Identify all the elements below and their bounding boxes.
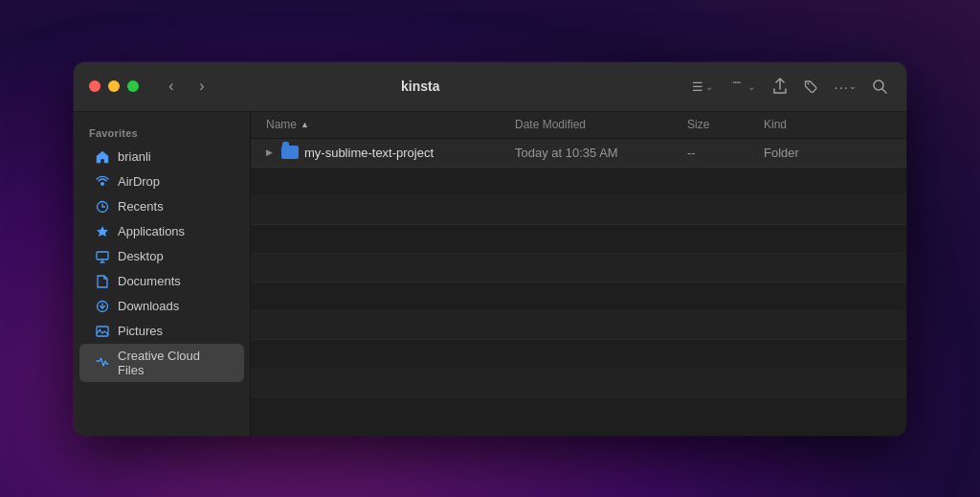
col-date-label: Date Modified	[515, 118, 586, 131]
search-icon	[872, 79, 887, 94]
maximize-button[interactable]	[127, 80, 139, 92]
sidebar-item-label: Downloads	[118, 299, 179, 313]
col-kind-label: Kind	[764, 118, 787, 131]
sidebar-item-label: Desktop	[118, 249, 164, 263]
svg-rect-5	[97, 252, 108, 260]
sidebar: Favorites brianli AirDrop	[74, 112, 251, 436]
more-icon: ···	[834, 79, 849, 95]
table-row	[251, 282, 906, 311]
sidebar-item-label: Creative Cloud Files	[118, 349, 229, 377]
sidebar-item-applications[interactable]: Applications	[79, 219, 244, 244]
table-row	[251, 311, 906, 340]
col-header-size[interactable]: Size	[687, 118, 764, 131]
share-button[interactable]	[768, 74, 791, 99]
minimize-button[interactable]	[108, 80, 120, 92]
table-row	[251, 168, 906, 196]
applications-icon	[95, 224, 110, 239]
close-button[interactable]	[89, 80, 100, 92]
table-row	[251, 369, 906, 397]
expand-arrow-icon: ▶	[266, 147, 276, 157]
sidebar-section-label: Favorites	[74, 124, 250, 145]
sidebar-item-airdrop[interactable]: AirDrop	[79, 169, 244, 194]
table-row[interactable]: ▶ my-sublime-text-project Today at 10:35…	[251, 139, 906, 168]
download-icon	[95, 299, 110, 314]
file-size: --	[687, 146, 764, 160]
window-title: kinsta	[231, 79, 610, 94]
finder-window: ‹ › kinsta ☰ ⌄ ▪▪▪▪ ⌄	[74, 62, 906, 436]
sidebar-item-creative-cloud[interactable]: Creative Cloud Files	[79, 344, 244, 382]
share-icon	[772, 78, 788, 95]
search-button[interactable]	[868, 75, 891, 98]
file-list: ▶ my-sublime-text-project Today at 10:35…	[251, 139, 906, 436]
airdrop-icon	[95, 174, 110, 190]
sidebar-item-label: AirDrop	[118, 174, 160, 189]
grid-chevron: ⌄	[747, 81, 755, 92]
svg-point-0	[808, 83, 810, 85]
folder-icon	[281, 146, 299, 159]
more-button[interactable]: ··· ⌄	[830, 75, 860, 99]
col-name-label: Name	[266, 118, 297, 131]
table-row	[251, 340, 906, 369]
file-pane: Name ▲ Date Modified Size Kind ▶	[251, 112, 906, 436]
sidebar-item-label: Applications	[118, 224, 185, 238]
main-content: Favorites brianli AirDrop	[74, 112, 906, 436]
tag-button[interactable]	[799, 75, 822, 98]
sidebar-item-recents[interactable]: Recents	[79, 194, 244, 219]
table-row	[251, 254, 906, 282]
sidebar-item-label: Recents	[118, 199, 164, 214]
home-icon	[95, 149, 110, 165]
pictures-icon	[95, 324, 110, 339]
back-button[interactable]: ‹	[158, 73, 185, 100]
desktop-icon	[95, 249, 110, 264]
sidebar-item-desktop[interactable]: Desktop	[79, 244, 244, 269]
table-row	[251, 225, 906, 254]
view-chevron: ⌄	[705, 81, 713, 92]
sidebar-item-label: Documents	[118, 274, 181, 288]
toolbar-right: ☰ ⌄ ▪▪▪▪ ⌄ ···	[686, 74, 891, 99]
svg-point-3	[100, 182, 104, 186]
grid-view-icon: ▪▪▪▪	[732, 79, 746, 93]
grid-view-button[interactable]: ▪▪▪▪ ⌄	[726, 76, 761, 97]
document-icon	[95, 274, 110, 289]
svg-point-9	[100, 328, 101, 330]
col-header-kind[interactable]: Kind	[764, 118, 891, 131]
sidebar-item-label: brianli	[118, 149, 151, 164]
col-header-name[interactable]: Name ▲	[266, 118, 515, 131]
sidebar-item-downloads[interactable]: Downloads	[79, 294, 244, 319]
traffic-lights	[89, 80, 139, 92]
col-size-label: Size	[687, 118, 709, 131]
forward-button[interactable]: ›	[189, 73, 215, 100]
clock-icon	[95, 199, 110, 215]
table-row	[251, 196, 906, 225]
sort-arrow: ▲	[301, 120, 309, 129]
svg-line-2	[882, 89, 886, 93]
list-view-button[interactable]: ☰ ⌄	[686, 76, 719, 98]
col-header-date[interactable]: Date Modified	[515, 118, 687, 131]
creative-cloud-icon	[95, 355, 110, 371]
more-chevron: ⌄	[849, 81, 857, 91]
sidebar-item-label: Pictures	[118, 324, 163, 338]
tag-icon	[803, 79, 818, 94]
file-date: Today at 10:35 AM	[515, 146, 687, 160]
file-kind: Folder	[764, 146, 891, 160]
file-name: my-sublime-text-project	[304, 146, 434, 160]
title-bar: ‹ › kinsta ☰ ⌄ ▪▪▪▪ ⌄	[74, 62, 906, 112]
sidebar-item-brianli[interactable]: brianli	[79, 145, 244, 169]
column-headers: Name ▲ Date Modified Size Kind	[251, 112, 906, 139]
file-name-cell: ▶ my-sublime-text-project	[266, 146, 515, 160]
sidebar-item-documents[interactable]: Documents	[79, 269, 244, 294]
sidebar-item-pictures[interactable]: Pictures	[79, 319, 244, 344]
nav-buttons: ‹ ›	[158, 73, 215, 100]
list-view-icon: ☰	[692, 79, 703, 94]
